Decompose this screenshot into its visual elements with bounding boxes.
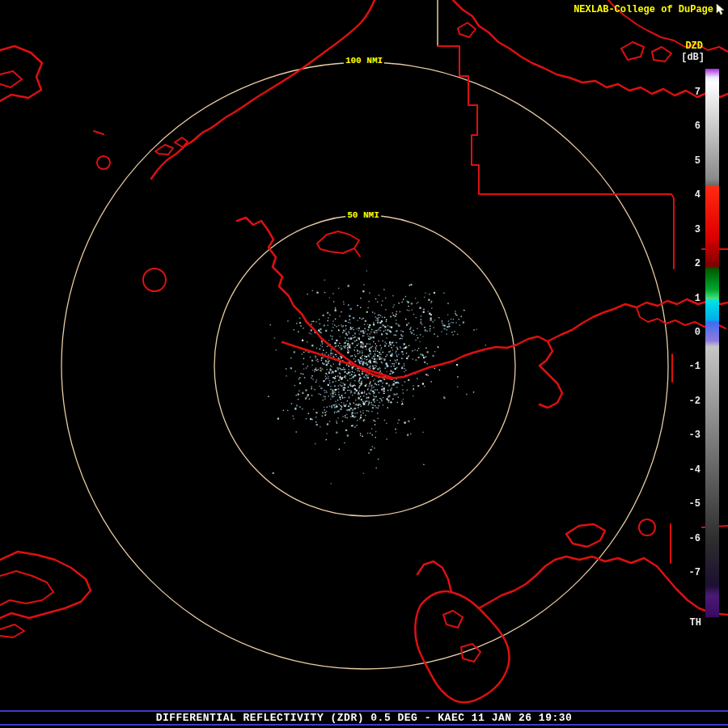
colorbar-tick: -5: [689, 499, 700, 510]
map-boundary-path: [639, 519, 655, 535]
map-boundary-path: [282, 342, 392, 378]
colorbar-gradient: [705, 69, 719, 617]
colorbar-tick: 6: [695, 121, 700, 132]
range-ring-inner: [214, 215, 515, 516]
radar-display: 100 NMI 50 NMI NEXLAB-College of DuPage …: [0, 0, 728, 728]
colorbar-tick: -4: [689, 465, 700, 476]
map-boundary-path: [0, 624, 24, 637]
colorbar-tick: -7: [689, 568, 700, 578]
map-boundaries: [0, 0, 728, 702]
colorbar-tick: -1: [689, 362, 700, 372]
colorbar-tick: 4: [695, 190, 700, 201]
map-boundary-path: [317, 231, 359, 253]
colorbar-tick: -2: [689, 396, 700, 407]
map-boundary-path: [621, 42, 644, 60]
range-ring-label-50nmi: 50 NMI: [345, 210, 381, 220]
colorbar-tick: 3: [695, 225, 700, 235]
status-bar: DIFFERENTIAL REFLECTIVITY (ZDR) 0.5 DEG …: [0, 710, 728, 726]
colorbar-tick: -6: [689, 534, 700, 544]
range-ring-label-100nmi: 100 NMI: [344, 56, 384, 66]
colorbar-tick: 1: [695, 294, 700, 304]
map-boundary-path: [517, 336, 562, 408]
colorbar-tick: 7: [695, 87, 700, 98]
map-boundary-path: [566, 524, 605, 547]
map-boundary-path: [354, 248, 360, 256]
map-boundary-path: [94, 131, 104, 134]
map-boundary-path: [0, 571, 53, 605]
map-boundary-path: [479, 560, 555, 608]
app-title: NEXLAB-College of DuPage: [574, 4, 713, 15]
map-boundary-path: [0, 71, 22, 87]
map-boundary-path: [143, 269, 166, 291]
map-boundary-path: [548, 299, 728, 341]
map-boundary-path: [0, 552, 91, 618]
map-boundary-path: [652, 47, 671, 61]
map-boundary-path: [97, 156, 110, 169]
map-boundary-path: [458, 23, 476, 37]
colorbar-product-label: DZD: [685, 40, 703, 52]
range-ring-outer: [61, 62, 668, 669]
range-rings: [61, 62, 668, 669]
map-boundary-path: [417, 561, 451, 592]
colorbar-tick: 2: [695, 259, 700, 269]
map-boundary-path: [155, 145, 173, 154]
map-boundary-path: [443, 611, 463, 628]
colorbar-tick: -3: [689, 430, 700, 441]
colorbar-units-label: [dB]: [681, 52, 705, 63]
status-text: DIFFERENTIAL REFLECTIVITY (ZDR) 0.5 DEG …: [156, 712, 573, 724]
mouse-cursor-icon: [715, 3, 726, 15]
colorbar-threshold-label: TH: [690, 617, 701, 629]
colorbar-tick: 5: [695, 156, 700, 167]
map-boundary-path: [151, 0, 375, 179]
map-overlay: [0, 0, 728, 728]
colorbar-tick: 0: [695, 328, 700, 338]
